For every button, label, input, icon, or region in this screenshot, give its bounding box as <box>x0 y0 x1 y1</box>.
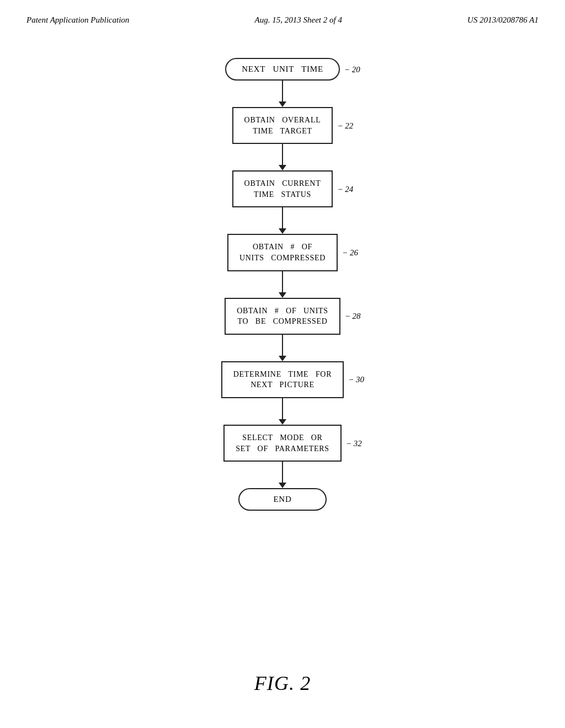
ref-22: − 22 <box>337 121 353 130</box>
header-left: Patent Application Publication <box>26 15 129 25</box>
node-24-wrap: OBTAIN CURRENTTIME STATUS − 24 <box>232 170 333 207</box>
node-20-wrap: NEXT UNIT TIME − 20 <box>225 58 340 81</box>
page-header: Patent Application Publication Aug. 15, … <box>0 0 565 25</box>
node-28: OBTAIN # OF UNITSTO BE COMPRESSED <box>225 298 340 335</box>
connector-1 <box>279 81 286 107</box>
connector-4 <box>279 271 286 298</box>
node-20: NEXT UNIT TIME <box>225 58 340 81</box>
ref-28: − 28 <box>345 312 361 321</box>
node-32: SELECT MODE ORSET OF PARAMETERS <box>223 425 342 462</box>
node-end: END <box>238 488 327 511</box>
connector-6 <box>279 398 286 425</box>
connector-7 <box>279 462 286 488</box>
node-24: OBTAIN CURRENTTIME STATUS <box>232 170 333 207</box>
header-middle: Aug. 15, 2013 Sheet 2 of 4 <box>255 15 342 25</box>
connector-5 <box>279 335 286 361</box>
node-22: OBTAIN OVERALLTIME TARGET <box>232 107 333 144</box>
node-30-wrap: DETERMINE TIME FORNEXT PICTURE − 30 <box>221 361 344 398</box>
ref-30: − 30 <box>348 375 364 384</box>
node-28-wrap: OBTAIN # OF UNITSTO BE COMPRESSED − 28 <box>225 298 340 335</box>
ref-26: − 26 <box>342 248 358 257</box>
header-right: US 2013/0208786 A1 <box>467 15 539 25</box>
node-end-wrap: END <box>238 488 327 511</box>
ref-20: − 20 <box>344 65 360 74</box>
node-32-wrap: SELECT MODE ORSET OF PARAMETERS − 32 <box>223 425 342 462</box>
node-26-wrap: OBTAIN # OFUNITS COMPRESSED − 26 <box>227 234 338 271</box>
ref-32: − 32 <box>346 438 362 448</box>
node-22-wrap: OBTAIN OVERALLTIME TARGET − 22 <box>232 107 333 144</box>
fig-label: FIG. 2 <box>254 672 311 695</box>
node-30: DETERMINE TIME FORNEXT PICTURE <box>221 361 344 398</box>
connector-3 <box>279 207 286 234</box>
ref-24: − 24 <box>337 184 353 194</box>
node-26: OBTAIN # OFUNITS COMPRESSED <box>227 234 338 271</box>
connector-2 <box>279 144 286 170</box>
flowchart: NEXT UNIT TIME − 20 OBTAIN OVERALLTIME T… <box>0 58 565 511</box>
